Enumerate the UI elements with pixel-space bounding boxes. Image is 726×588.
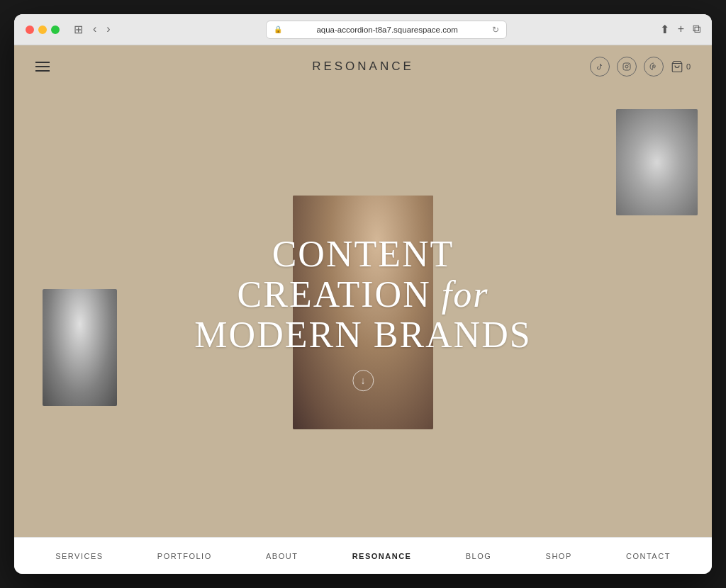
- scroll-down-button[interactable]: ↓: [352, 370, 374, 391]
- hero-title: CONTENT CREATION for MODERN BRANDS: [194, 234, 531, 356]
- close-button[interactable]: [26, 26, 34, 34]
- title-bar: ⊞ ‹ › 🔒 aqua-accordion-t8a7.squarespace.…: [14, 14, 712, 45]
- svg-rect-13: [637, 173, 652, 191]
- svg-point-1: [625, 65, 628, 68]
- nav-right: 0: [590, 57, 691, 77]
- address-bar[interactable]: 🔒 aqua-accordion-t8a7.squarespace.com ↻: [266, 21, 507, 39]
- mac-window: ⊞ ‹ › 🔒 aqua-accordion-t8a7.squarespace.…: [14, 14, 712, 574]
- reload-icon[interactable]: ↻: [492, 25, 499, 35]
- svg-rect-0: [623, 63, 630, 70]
- nav-services[interactable]: SERVICES: [50, 549, 108, 563]
- svg-point-6: [67, 312, 92, 344]
- svg-rect-4: [43, 289, 117, 406]
- svg-rect-9: [616, 109, 698, 215]
- minimize-button[interactable]: [38, 26, 47, 34]
- svg-rect-10: [623, 116, 655, 159]
- scroll-indicator: ↓: [194, 370, 531, 391]
- nav-resonance[interactable]: RESONANCE: [347, 549, 418, 563]
- hero-line2: CREATION for: [194, 274, 531, 315]
- svg-rect-7: [57, 349, 103, 406]
- svg-rect-11: [659, 123, 691, 162]
- hero-text: CONTENT CREATION for MODERN BRANDS ↓: [194, 234, 531, 391]
- back-icon[interactable]: ‹: [90, 21, 99, 38]
- address-bar-container: 🔒 aqua-accordion-t8a7.squarespace.com ↻: [119, 21, 654, 39]
- svg-point-5: [58, 303, 101, 353]
- traffic-lights: [26, 26, 60, 34]
- svg-point-8: [60, 371, 99, 406]
- website: RESONANCE: [14, 45, 712, 574]
- left-hero-image: [43, 289, 117, 406]
- svg-rect-12: [634, 166, 680, 201]
- windows-icon[interactable]: ⧉: [693, 23, 700, 36]
- nav-contact[interactable]: CONTACT: [620, 549, 676, 563]
- hero-line3: MODERN BRANDS: [194, 315, 531, 356]
- cart-icon[interactable]: 0: [671, 60, 691, 73]
- bottom-nav: SERVICES PORTFOLIO ABOUT RESONANCE BLOG …: [14, 537, 712, 574]
- hero-line2-normal: CREATION: [238, 274, 431, 315]
- site-logo[interactable]: RESONANCE: [312, 60, 414, 74]
- nav-about[interactable]: ABOUT: [260, 549, 303, 563]
- cart-count: 0: [686, 62, 691, 71]
- sidebar-toggle-icon[interactable]: ⊞: [71, 21, 86, 38]
- svg-point-2: [628, 64, 629, 65]
- url-text: aqua-accordion-t8a7.squarespace.com: [286, 26, 488, 34]
- instagram-icon[interactable]: [617, 57, 637, 77]
- site-nav: RESONANCE: [14, 45, 712, 88]
- lock-icon: 🔒: [274, 26, 282, 33]
- new-tab-icon[interactable]: +: [678, 23, 684, 36]
- window-controls: ⊞ ‹ ›: [71, 21, 113, 38]
- svg-rect-14: [659, 169, 676, 183]
- nav-blog[interactable]: BLOG: [460, 549, 498, 563]
- arrow-down-icon: ↓: [360, 375, 365, 386]
- nav-shop[interactable]: SHOP: [540, 549, 578, 563]
- hero-line2-italic: for: [431, 274, 489, 315]
- share-icon[interactable]: ⬆: [660, 23, 669, 36]
- right-hero-image: [616, 109, 698, 215]
- hero-section: CONTENT CREATION for MODERN BRANDS ↓: [14, 88, 712, 537]
- hamburger-menu[interactable]: [35, 62, 50, 72]
- tiktok-icon[interactable]: [590, 57, 610, 77]
- pinterest-icon[interactable]: [644, 57, 664, 77]
- nav-portfolio[interactable]: PORTFOLIO: [152, 549, 218, 563]
- forward-icon[interactable]: ›: [104, 21, 113, 38]
- toolbar-right: ⬆ + ⧉: [660, 23, 700, 36]
- maximize-button[interactable]: [51, 26, 60, 34]
- hero-line1: CONTENT: [194, 234, 531, 274]
